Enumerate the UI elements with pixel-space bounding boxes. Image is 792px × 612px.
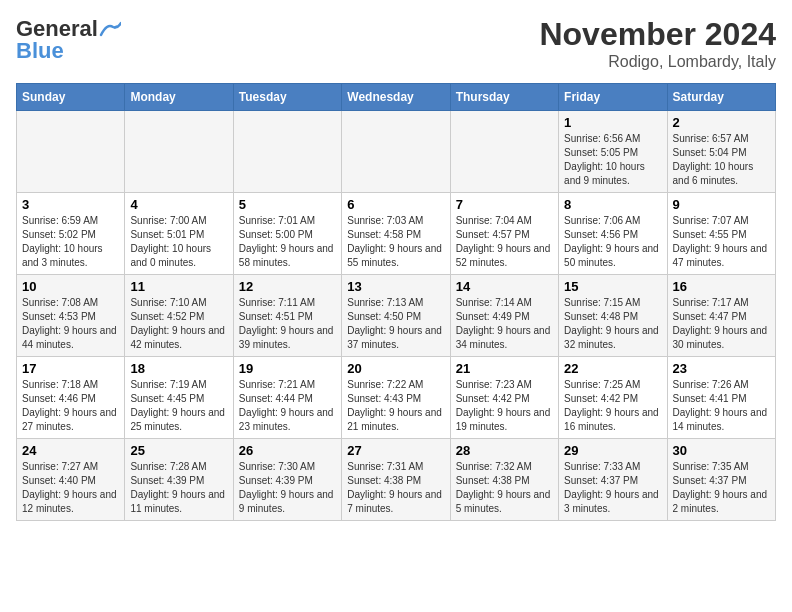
month-title: November 2024 [539, 16, 776, 53]
header-wednesday: Wednesday [342, 84, 450, 111]
day-cell: 3Sunrise: 6:59 AM Sunset: 5:02 PM Daylig… [17, 193, 125, 275]
day-info: Sunrise: 6:57 AM Sunset: 5:04 PM Dayligh… [673, 132, 770, 188]
day-cell: 14Sunrise: 7:14 AM Sunset: 4:49 PM Dayli… [450, 275, 558, 357]
day-cell: 13Sunrise: 7:13 AM Sunset: 4:50 PM Dayli… [342, 275, 450, 357]
day-number: 14 [456, 279, 553, 294]
day-number: 30 [673, 443, 770, 458]
header-tuesday: Tuesday [233, 84, 341, 111]
header-sunday: Sunday [17, 84, 125, 111]
day-number: 18 [130, 361, 227, 376]
day-info: Sunrise: 7:14 AM Sunset: 4:49 PM Dayligh… [456, 296, 553, 352]
day-cell: 8Sunrise: 7:06 AM Sunset: 4:56 PM Daylig… [559, 193, 667, 275]
day-number: 25 [130, 443, 227, 458]
day-cell: 22Sunrise: 7:25 AM Sunset: 4:42 PM Dayli… [559, 357, 667, 439]
day-cell: 10Sunrise: 7:08 AM Sunset: 4:53 PM Dayli… [17, 275, 125, 357]
day-number: 19 [239, 361, 336, 376]
day-number: 21 [456, 361, 553, 376]
day-cell: 21Sunrise: 7:23 AM Sunset: 4:42 PM Dayli… [450, 357, 558, 439]
day-cell: 29Sunrise: 7:33 AM Sunset: 4:37 PM Dayli… [559, 439, 667, 521]
day-info: Sunrise: 7:35 AM Sunset: 4:37 PM Dayligh… [673, 460, 770, 516]
day-cell: 11Sunrise: 7:10 AM Sunset: 4:52 PM Dayli… [125, 275, 233, 357]
week-row-3: 10Sunrise: 7:08 AM Sunset: 4:53 PM Dayli… [17, 275, 776, 357]
week-row-5: 24Sunrise: 7:27 AM Sunset: 4:40 PM Dayli… [17, 439, 776, 521]
day-cell: 30Sunrise: 7:35 AM Sunset: 4:37 PM Dayli… [667, 439, 775, 521]
day-info: Sunrise: 7:03 AM Sunset: 4:58 PM Dayligh… [347, 214, 444, 270]
calendar-table: SundayMondayTuesdayWednesdayThursdayFrid… [16, 83, 776, 521]
day-info: Sunrise: 7:18 AM Sunset: 4:46 PM Dayligh… [22, 378, 119, 434]
day-cell: 15Sunrise: 7:15 AM Sunset: 4:48 PM Dayli… [559, 275, 667, 357]
day-number: 5 [239, 197, 336, 212]
day-info: Sunrise: 7:31 AM Sunset: 4:38 PM Dayligh… [347, 460, 444, 516]
day-info: Sunrise: 7:32 AM Sunset: 4:38 PM Dayligh… [456, 460, 553, 516]
day-info: Sunrise: 7:07 AM Sunset: 4:55 PM Dayligh… [673, 214, 770, 270]
day-cell: 9Sunrise: 7:07 AM Sunset: 4:55 PM Daylig… [667, 193, 775, 275]
day-cell: 16Sunrise: 7:17 AM Sunset: 4:47 PM Dayli… [667, 275, 775, 357]
day-info: Sunrise: 7:26 AM Sunset: 4:41 PM Dayligh… [673, 378, 770, 434]
day-number: 15 [564, 279, 661, 294]
day-info: Sunrise: 7:10 AM Sunset: 4:52 PM Dayligh… [130, 296, 227, 352]
day-cell: 4Sunrise: 7:00 AM Sunset: 5:01 PM Daylig… [125, 193, 233, 275]
day-info: Sunrise: 7:11 AM Sunset: 4:51 PM Dayligh… [239, 296, 336, 352]
day-number: 6 [347, 197, 444, 212]
day-number: 7 [456, 197, 553, 212]
header-friday: Friday [559, 84, 667, 111]
day-cell: 12Sunrise: 7:11 AM Sunset: 4:51 PM Dayli… [233, 275, 341, 357]
day-cell: 7Sunrise: 7:04 AM Sunset: 4:57 PM Daylig… [450, 193, 558, 275]
day-number: 22 [564, 361, 661, 376]
day-info: Sunrise: 7:25 AM Sunset: 4:42 PM Dayligh… [564, 378, 661, 434]
week-row-2: 3Sunrise: 6:59 AM Sunset: 5:02 PM Daylig… [17, 193, 776, 275]
day-cell: 6Sunrise: 7:03 AM Sunset: 4:58 PM Daylig… [342, 193, 450, 275]
day-cell: 23Sunrise: 7:26 AM Sunset: 4:41 PM Dayli… [667, 357, 775, 439]
day-number: 1 [564, 115, 661, 130]
day-info: Sunrise: 7:30 AM Sunset: 4:39 PM Dayligh… [239, 460, 336, 516]
day-number: 11 [130, 279, 227, 294]
day-cell [450, 111, 558, 193]
day-info: Sunrise: 7:27 AM Sunset: 4:40 PM Dayligh… [22, 460, 119, 516]
page-header: General Blue November 2024 Rodigo, Lomba… [16, 16, 776, 71]
day-cell: 17Sunrise: 7:18 AM Sunset: 4:46 PM Dayli… [17, 357, 125, 439]
day-number: 28 [456, 443, 553, 458]
day-cell [17, 111, 125, 193]
day-cell [342, 111, 450, 193]
day-number: 16 [673, 279, 770, 294]
day-number: 23 [673, 361, 770, 376]
week-row-1: 1Sunrise: 6:56 AM Sunset: 5:05 PM Daylig… [17, 111, 776, 193]
day-info: Sunrise: 7:28 AM Sunset: 4:39 PM Dayligh… [130, 460, 227, 516]
day-cell [233, 111, 341, 193]
day-info: Sunrise: 7:19 AM Sunset: 4:45 PM Dayligh… [130, 378, 227, 434]
location: Rodigo, Lombardy, Italy [539, 53, 776, 71]
day-info: Sunrise: 7:00 AM Sunset: 5:01 PM Dayligh… [130, 214, 227, 270]
day-cell: 18Sunrise: 7:19 AM Sunset: 4:45 PM Dayli… [125, 357, 233, 439]
day-number: 9 [673, 197, 770, 212]
day-info: Sunrise: 7:04 AM Sunset: 4:57 PM Dayligh… [456, 214, 553, 270]
day-number: 27 [347, 443, 444, 458]
day-info: Sunrise: 6:56 AM Sunset: 5:05 PM Dayligh… [564, 132, 661, 188]
day-cell: 27Sunrise: 7:31 AM Sunset: 4:38 PM Dayli… [342, 439, 450, 521]
logo-blue: Blue [16, 38, 64, 64]
day-cell: 28Sunrise: 7:32 AM Sunset: 4:38 PM Dayli… [450, 439, 558, 521]
day-cell: 20Sunrise: 7:22 AM Sunset: 4:43 PM Dayli… [342, 357, 450, 439]
day-info: Sunrise: 7:01 AM Sunset: 5:00 PM Dayligh… [239, 214, 336, 270]
day-number: 17 [22, 361, 119, 376]
day-number: 8 [564, 197, 661, 212]
day-info: Sunrise: 6:59 AM Sunset: 5:02 PM Dayligh… [22, 214, 119, 270]
day-cell: 25Sunrise: 7:28 AM Sunset: 4:39 PM Dayli… [125, 439, 233, 521]
day-cell: 1Sunrise: 6:56 AM Sunset: 5:05 PM Daylig… [559, 111, 667, 193]
day-number: 12 [239, 279, 336, 294]
day-info: Sunrise: 7:22 AM Sunset: 4:43 PM Dayligh… [347, 378, 444, 434]
day-cell: 19Sunrise: 7:21 AM Sunset: 4:44 PM Dayli… [233, 357, 341, 439]
day-cell: 2Sunrise: 6:57 AM Sunset: 5:04 PM Daylig… [667, 111, 775, 193]
header-monday: Monday [125, 84, 233, 111]
day-info: Sunrise: 7:23 AM Sunset: 4:42 PM Dayligh… [456, 378, 553, 434]
header-thursday: Thursday [450, 84, 558, 111]
day-number: 4 [130, 197, 227, 212]
day-cell: 5Sunrise: 7:01 AM Sunset: 5:00 PM Daylig… [233, 193, 341, 275]
day-number: 13 [347, 279, 444, 294]
title-block: November 2024 Rodigo, Lombardy, Italy [539, 16, 776, 71]
day-cell: 24Sunrise: 7:27 AM Sunset: 4:40 PM Dayli… [17, 439, 125, 521]
week-row-4: 17Sunrise: 7:18 AM Sunset: 4:46 PM Dayli… [17, 357, 776, 439]
day-number: 26 [239, 443, 336, 458]
day-number: 29 [564, 443, 661, 458]
day-number: 2 [673, 115, 770, 130]
logo: General Blue [16, 16, 122, 64]
